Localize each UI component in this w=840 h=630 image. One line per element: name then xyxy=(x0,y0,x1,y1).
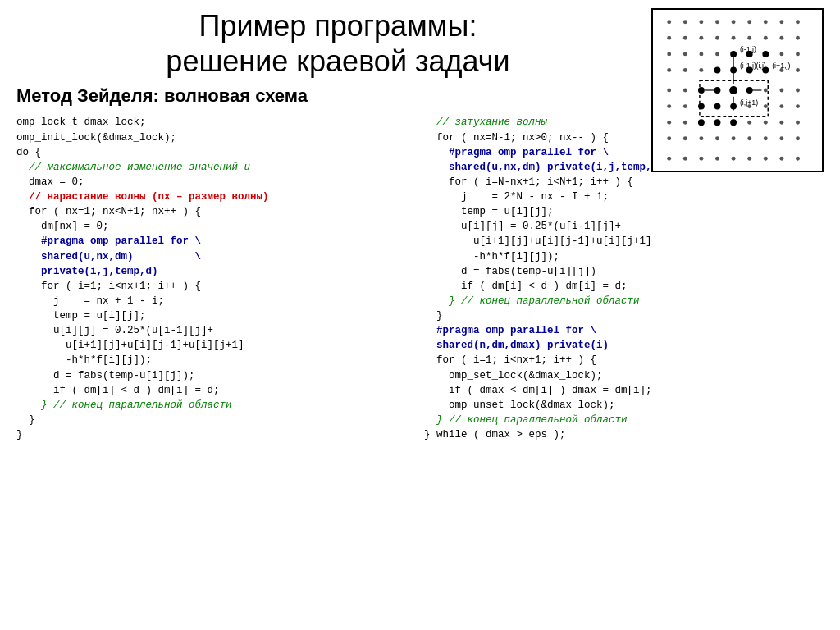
code-line: } // конец параллельной области xyxy=(16,398,416,413)
svg-point-18 xyxy=(667,52,671,56)
left-code-column: omp_lock_t dmax_lock; omp_init_lock(&dma… xyxy=(16,115,416,442)
svg-point-55 xyxy=(683,121,687,125)
code-line: for ( i=1; i<nx+1; i++ ) { xyxy=(424,353,824,368)
svg-point-46 xyxy=(683,104,687,108)
code-line: } // конец параллельной области xyxy=(424,294,824,308)
svg-point-47 xyxy=(698,103,705,110)
svg-point-37 xyxy=(683,89,687,93)
code-line: } xyxy=(16,413,416,427)
svg-text:(i+1,j): (i+1,j) xyxy=(772,62,790,70)
svg-point-29 xyxy=(699,68,703,72)
svg-point-68 xyxy=(747,136,751,140)
svg-point-57 xyxy=(714,119,721,126)
svg-point-3 xyxy=(715,20,719,24)
code-line: u[i][j] = 0.25*(u[i-1][j]+ xyxy=(424,219,824,234)
svg-point-25 xyxy=(779,52,783,56)
code-line: private(i,j,temp,d) xyxy=(16,264,416,279)
code-line: j = nx + 1 - i; xyxy=(16,294,416,308)
code-line: } xyxy=(16,427,416,442)
svg-point-43 xyxy=(779,89,783,93)
svg-point-21 xyxy=(715,52,719,56)
svg-point-26 xyxy=(796,52,800,56)
svg-point-4 xyxy=(732,20,736,24)
svg-point-60 xyxy=(764,121,768,125)
code-line: do { xyxy=(16,145,416,160)
code-line: if ( dmax < dm[i] ) dmax = dm[i]; xyxy=(424,383,824,398)
svg-point-63 xyxy=(667,136,671,140)
svg-point-7 xyxy=(779,20,783,24)
svg-point-56 xyxy=(698,119,705,126)
svg-point-64 xyxy=(683,136,687,140)
code-line: dm[nx] = 0; xyxy=(16,219,416,234)
svg-point-48 xyxy=(714,103,721,110)
code-line: -h*h*f[i][j]); xyxy=(424,249,824,264)
svg-point-27 xyxy=(667,68,671,72)
code-line: #pragma omp parallel for \ xyxy=(16,234,416,249)
code-line: d = fabs(temp-u[i][j]) xyxy=(424,264,824,279)
code-line: u[i+1][j]+u[i][j-1]+u[i][j+1] xyxy=(16,338,416,353)
svg-point-0 xyxy=(667,20,671,24)
svg-point-45 xyxy=(667,104,671,108)
code-line: omp_init_lock(&dmax_lock); xyxy=(16,130,416,145)
svg-text:(i,j+1): (i,j+1) xyxy=(740,98,758,107)
svg-point-75 xyxy=(715,157,719,161)
svg-point-8 xyxy=(796,20,800,24)
svg-text:(i-1,j): (i-1,j) xyxy=(740,45,756,53)
svg-point-35 xyxy=(796,68,800,72)
svg-point-9 xyxy=(667,36,671,40)
svg-point-2 xyxy=(699,20,703,24)
code-line: temp = u[i][j]; xyxy=(16,308,416,323)
svg-point-70 xyxy=(779,136,783,140)
svg-point-67 xyxy=(732,136,736,140)
svg-point-6 xyxy=(764,20,768,24)
code-line: if ( dm[i] < d ) dm[i] = d; xyxy=(16,383,416,398)
svg-point-80 xyxy=(796,157,800,161)
svg-point-74 xyxy=(699,157,703,161)
svg-point-61 xyxy=(779,121,783,125)
svg-point-24 xyxy=(762,51,769,57)
svg-point-1 xyxy=(683,20,687,24)
svg-text:(i,j): (i,j) xyxy=(756,62,766,70)
svg-point-42 xyxy=(764,89,768,93)
svg-point-40 xyxy=(729,86,737,94)
svg-point-30 xyxy=(714,67,721,74)
svg-text:(i-1,j): (i-1,j) xyxy=(740,62,756,70)
svg-point-52 xyxy=(779,104,783,108)
code-line: if ( dm[i] < d ) dm[i] = d; xyxy=(424,279,824,294)
svg-point-59 xyxy=(747,121,751,125)
code-line: // максимальное изменение значений u xyxy=(16,160,416,175)
code-line: omp_set_lock(&dmax_lock); xyxy=(424,368,824,383)
svg-point-69 xyxy=(764,136,768,140)
svg-point-11 xyxy=(699,36,703,40)
page: (i-1,j) (i,j) (i-1,j) (i+1,j) (i,j+1) Пр… xyxy=(0,0,840,630)
code-line: } while ( dmax > eps ); xyxy=(424,427,824,442)
svg-point-58 xyxy=(730,119,737,126)
code-line: omp_lock_t dmax_lock; xyxy=(16,115,416,130)
svg-point-77 xyxy=(747,157,751,161)
code-line: // нарастание волны (nx – размер волны) xyxy=(16,189,416,204)
code-line: temp = u[i][j]; xyxy=(424,204,824,219)
svg-point-36 xyxy=(667,89,671,93)
svg-point-5 xyxy=(747,20,751,24)
svg-point-44 xyxy=(796,89,800,93)
svg-point-16 xyxy=(779,36,783,40)
code-line: u[i][j] = 0.25*(u[i-1][j]+ xyxy=(16,323,416,338)
svg-point-13 xyxy=(732,36,736,40)
svg-point-19 xyxy=(683,52,687,56)
code-line: -h*h*f[i][j]); xyxy=(16,353,416,368)
svg-point-62 xyxy=(796,121,800,125)
code-line: shared(n,dm,dmax) private(i) xyxy=(424,338,824,353)
code-line: d = fabs(temp-u[i][j]); xyxy=(16,368,416,383)
svg-point-76 xyxy=(732,157,736,161)
code-line: } xyxy=(424,308,824,323)
code-line: shared(u,nx,dm) \ xyxy=(16,249,416,264)
svg-point-15 xyxy=(764,36,768,40)
svg-point-66 xyxy=(715,136,719,140)
code-line: for ( nx=1; nx<N+1; nx++ ) { xyxy=(16,204,416,219)
svg-point-71 xyxy=(796,136,800,140)
svg-point-10 xyxy=(683,36,687,40)
code-line: j = 2*N - nx - I + 1; xyxy=(424,189,824,204)
svg-point-53 xyxy=(796,104,800,108)
code-line: } // конец параллельной области xyxy=(424,413,824,427)
svg-point-72 xyxy=(667,157,671,161)
